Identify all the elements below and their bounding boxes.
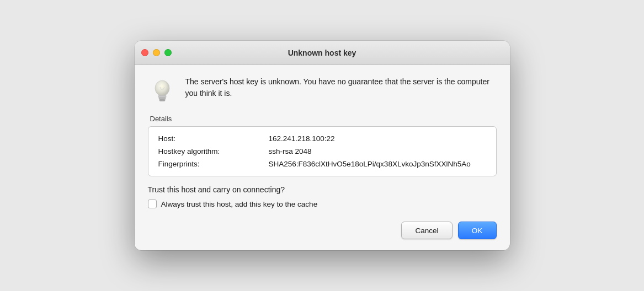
fingerprints-row: Fingerprints: SHA256:F836clXtHvO5e18oLPi… [158, 160, 486, 168]
algorithm-key: Hostkey algorithm: [158, 147, 269, 155]
details-label: Details [150, 115, 497, 123]
host-value: 162.241.218.100:22 [269, 134, 335, 143]
host-row: Host: 162.241.218.100:22 [158, 134, 486, 143]
always-trust-row: Always trust this host, add this key to … [148, 200, 497, 208]
traffic-lights [141, 49, 172, 56]
always-trust-checkbox[interactable] [148, 200, 157, 208]
details-section: Details Host: 162.241.218.100:22 Hostkey… [148, 115, 497, 176]
svg-rect-2 [158, 95, 166, 98]
svg-rect-4 [159, 100, 165, 101]
dialog-window: Unknown host key [135, 41, 510, 250]
minimize-button[interactable] [153, 49, 160, 56]
button-row: Cancel OK [148, 219, 497, 239]
ok-button[interactable]: OK [458, 222, 497, 239]
warning-text: The server's host key is unknown. You ha… [185, 76, 497, 99]
top-section: The server's host key is unknown. You ha… [148, 76, 497, 106]
details-box: Host: 162.241.218.100:22 Hostkey algorit… [148, 126, 497, 176]
dialog-title: Unknown host key [288, 48, 356, 57]
svg-rect-3 [159, 98, 166, 100]
algorithm-value: ssh-rsa 2048 [269, 147, 312, 155]
close-button[interactable] [141, 49, 148, 56]
bulb-icon [148, 77, 177, 106]
algorithm-row: Hostkey algorithm: ssh-rsa 2048 [158, 147, 486, 155]
maximize-button[interactable] [164, 49, 172, 56]
titlebar: Unknown host key [135, 41, 510, 65]
always-trust-label: Always trust this host, add this key to … [161, 200, 318, 208]
cancel-button[interactable]: Cancel [401, 222, 452, 239]
trust-question: Trust this host and carry on connecting? [148, 185, 497, 194]
host-key: Host: [158, 134, 269, 143]
svg-point-1 [157, 82, 168, 94]
fingerprints-value: SHA256:F836clXtHvO5e18oLPi/qx38XLvkoJp3n… [269, 160, 471, 168]
fingerprints-key: Fingerprints: [158, 160, 269, 168]
dialog-body: The server's host key is unknown. You ha… [135, 65, 510, 250]
